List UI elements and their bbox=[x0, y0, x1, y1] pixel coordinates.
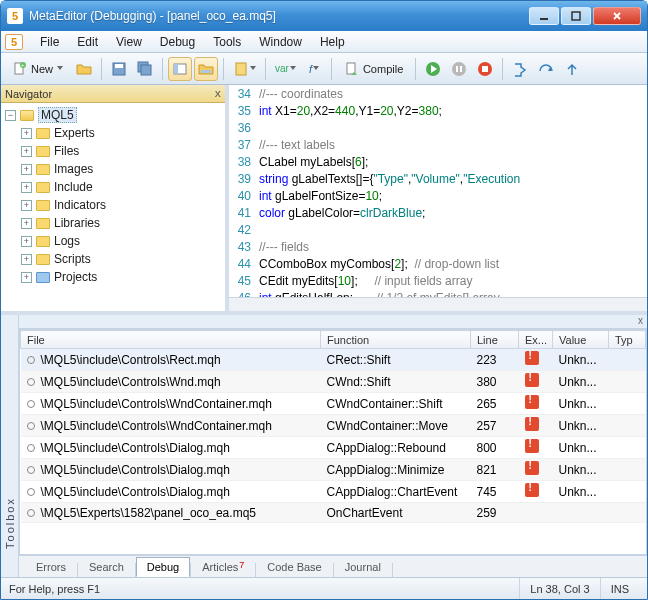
table-row[interactable]: \MQL5\include\Controls\WndContainer.mqhC… bbox=[21, 393, 646, 415]
compile-button[interactable]: Compile bbox=[337, 57, 410, 81]
menu-tools[interactable]: Tools bbox=[204, 33, 250, 51]
menu-debug[interactable]: Debug bbox=[151, 33, 204, 51]
maximize-button[interactable] bbox=[561, 7, 591, 25]
tree-item-scripts[interactable]: +Scripts bbox=[5, 250, 221, 268]
svg-rect-10 bbox=[141, 65, 151, 75]
tab-debug[interactable]: Debug bbox=[136, 557, 190, 577]
tree-root[interactable]: MQL5 bbox=[38, 107, 77, 123]
navigator-header[interactable]: Navigator x bbox=[1, 85, 225, 103]
tree-item-projects[interactable]: +Projects bbox=[5, 268, 221, 286]
table-row[interactable]: \MQL5\include\Controls\Dialog.mqhCAppDia… bbox=[21, 437, 646, 459]
menu-view[interactable]: View bbox=[107, 33, 151, 51]
step-over-icon bbox=[538, 61, 554, 77]
tab-code-base[interactable]: Code Base bbox=[256, 557, 332, 577]
svg-rect-18 bbox=[456, 66, 458, 72]
tree-item-files[interactable]: +Files bbox=[5, 142, 221, 160]
folder-icon bbox=[36, 272, 50, 283]
error-icon bbox=[525, 483, 539, 497]
panel-bottom-icon bbox=[198, 61, 214, 77]
fn-label: f bbox=[309, 63, 312, 75]
tab-articles[interactable]: Articles7 bbox=[191, 557, 255, 577]
table-row[interactable]: \MQL5\include\Controls\Dialog.mqhCAppDia… bbox=[21, 481, 646, 503]
tree-item-logs[interactable]: +Logs bbox=[5, 232, 221, 250]
horizontal-scrollbar[interactable] bbox=[229, 297, 647, 311]
menu-help[interactable]: Help bbox=[311, 33, 354, 51]
error-icon bbox=[525, 439, 539, 453]
column-header[interactable]: Typ bbox=[609, 331, 646, 349]
svg-rect-14 bbox=[236, 63, 246, 75]
code-area[interactable]: //--- coordinatesint X1=20,X2=440,Y1=20,… bbox=[255, 85, 647, 311]
tab-errors[interactable]: Errors bbox=[25, 557, 77, 577]
pause-icon bbox=[451, 61, 467, 77]
insert-var-button[interactable]: var bbox=[271, 57, 300, 81]
error-icon bbox=[525, 373, 539, 387]
tree-item-libraries[interactable]: +Libraries bbox=[5, 214, 221, 232]
undo-button[interactable] bbox=[229, 57, 260, 81]
open-folder-icon bbox=[76, 61, 92, 77]
toggle-toolbox-button[interactable] bbox=[194, 57, 218, 81]
toolbox-close-icon[interactable]: x bbox=[638, 315, 643, 328]
debug-stop-button[interactable] bbox=[473, 57, 497, 81]
tree-item-experts[interactable]: +Experts bbox=[5, 124, 221, 142]
step-over-button[interactable] bbox=[534, 57, 558, 81]
compile-label: Compile bbox=[363, 63, 403, 75]
step-into-button[interactable] bbox=[508, 57, 532, 81]
titlebar[interactable]: 5 MetaEditor (Debugging) - [panel_oco_ea… bbox=[1, 1, 647, 31]
window-title: MetaEditor (Debugging) - [panel_oco_ea.m… bbox=[29, 9, 529, 23]
save-icon bbox=[111, 61, 127, 77]
navigator-close-icon[interactable]: x bbox=[214, 87, 221, 100]
statusbar: For Help, press F1 Ln 38, Col 3 INS bbox=[1, 577, 647, 599]
column-header[interactable]: Function bbox=[321, 331, 471, 349]
step-into-icon bbox=[512, 61, 528, 77]
callstack-grid[interactable]: FileFunctionLineEx...ValueTyp \MQL5\incl… bbox=[19, 329, 647, 555]
code-editor[interactable]: 34353637383940414243444546 //--- coordin… bbox=[229, 85, 647, 311]
tab-search[interactable]: Search bbox=[78, 557, 135, 577]
insert-fn-button[interactable]: f bbox=[302, 57, 326, 81]
table-row[interactable]: \MQL5\include\Controls\Wnd.mqhCWnd::Shif… bbox=[21, 371, 646, 393]
column-header[interactable]: Line bbox=[471, 331, 519, 349]
toggle-navigator-button[interactable] bbox=[168, 57, 192, 81]
step-out-button[interactable] bbox=[560, 57, 584, 81]
table-row[interactable]: \MQL5\include\Controls\WndContainer.mqhC… bbox=[21, 415, 646, 437]
open-button[interactable] bbox=[72, 57, 96, 81]
folder-icon bbox=[36, 146, 50, 157]
status-position: Ln 38, Col 3 bbox=[519, 578, 599, 599]
folder-icon bbox=[36, 128, 50, 139]
folder-icon bbox=[36, 182, 50, 193]
compile-icon bbox=[344, 61, 360, 77]
menu-window[interactable]: Window bbox=[250, 33, 311, 51]
svg-rect-19 bbox=[460, 66, 462, 72]
error-icon bbox=[525, 351, 539, 365]
column-header[interactable]: Value bbox=[553, 331, 609, 349]
tree-item-indicators[interactable]: +Indicators bbox=[5, 196, 221, 214]
toolbox-tabs: ErrorsSearchDebugArticles7Code BaseJourn… bbox=[19, 555, 647, 577]
table-row[interactable]: \MQL5\Experts\1582\panel_oco_ea.mq5OnCha… bbox=[21, 503, 646, 523]
folder-icon bbox=[36, 200, 50, 211]
menu-file[interactable]: File bbox=[31, 33, 68, 51]
chevron-down-icon bbox=[57, 66, 63, 72]
table-row[interactable]: \MQL5\include\Controls\Dialog.mqhCAppDia… bbox=[21, 459, 646, 481]
tab-journal[interactable]: Journal bbox=[334, 557, 392, 577]
navigator-title: Navigator bbox=[5, 88, 52, 100]
table-row[interactable]: \MQL5\include\Controls\Rect.mqhCRect::Sh… bbox=[21, 349, 646, 371]
tree-item-include[interactable]: +Include bbox=[5, 178, 221, 196]
save-all-button[interactable] bbox=[133, 57, 157, 81]
column-header[interactable]: Ex... bbox=[519, 331, 553, 349]
toolbox-side-tab[interactable]: Toolbox bbox=[1, 315, 19, 577]
tree-item-images[interactable]: +Images bbox=[5, 160, 221, 178]
chevron-down-icon bbox=[313, 66, 319, 72]
menubar: 5 File Edit View Debug Tools Window Help bbox=[1, 31, 647, 53]
navigator-tree[interactable]: −MQL5 +Experts+Files+Images+Include+Indi… bbox=[1, 103, 225, 311]
menu-edit[interactable]: Edit bbox=[68, 33, 107, 51]
close-button[interactable] bbox=[593, 7, 641, 25]
save-button[interactable] bbox=[107, 57, 131, 81]
new-button[interactable]: + New bbox=[5, 57, 70, 81]
navigator-panel: Navigator x −MQL5 +Experts+Files+Images+… bbox=[1, 85, 229, 311]
minimize-button[interactable] bbox=[529, 7, 559, 25]
error-icon bbox=[525, 417, 539, 431]
debug-pause-button[interactable] bbox=[447, 57, 471, 81]
error-icon bbox=[525, 461, 539, 475]
toolbox-panel: Toolbox x FileFunctionLineEx...ValueTyp … bbox=[1, 315, 647, 577]
debug-start-button[interactable] bbox=[421, 57, 445, 81]
column-header[interactable]: File bbox=[21, 331, 321, 349]
